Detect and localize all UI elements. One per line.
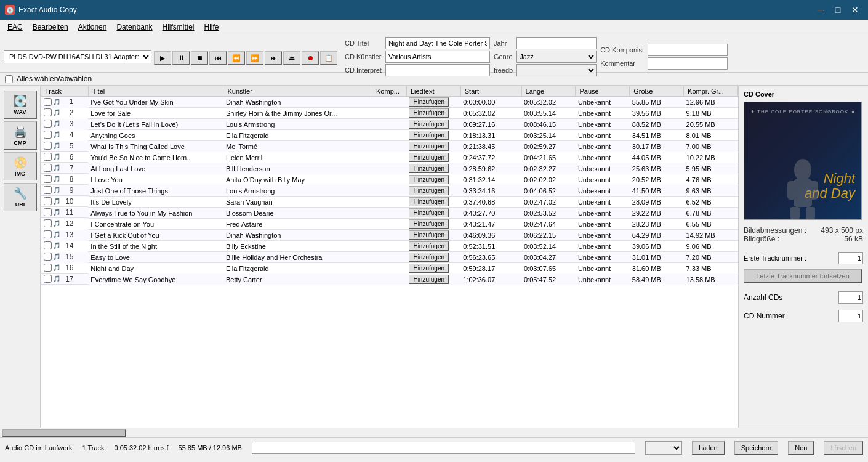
track-checkbox[interactable]	[44, 131, 52, 139]
cd-genre-select[interactable]: Jazz	[516, 51, 597, 63]
track-checkbox[interactable]	[44, 197, 52, 205]
cd-freedb-select[interactable]	[516, 64, 597, 76]
cd-num-input[interactable]	[838, 310, 863, 322]
eject-button[interactable]: ⏏	[283, 51, 300, 65]
track-checkbox[interactable]	[44, 142, 52, 150]
menu-aktionen[interactable]: Aktionen	[73, 22, 112, 33]
hinzufuegen-button[interactable]: Hinzufügen	[409, 108, 449, 118]
hinzufuegen-button[interactable]: Hinzufügen	[409, 120, 449, 129]
hinzufuegen-button[interactable]: Hinzufügen	[409, 230, 449, 240]
track-checkbox[interactable]	[44, 108, 52, 116]
cd-komponist-input[interactable]	[648, 44, 728, 56]
size: 55.85 MB / 12.96 MB	[179, 444, 242, 452]
cd-kuenstler-input[interactable]	[385, 51, 490, 63]
table-row[interactable]: 🎵 2 Love for Sale Shirley Horn & the Jim…	[41, 108, 738, 119]
hinzufuegen-button[interactable]: Hinzufügen	[409, 241, 449, 251]
track-kompr: 4.76 MB	[684, 174, 738, 185]
track-checkbox[interactable]	[44, 241, 52, 249]
table-row[interactable]: 🎵 15 Easy to Love Billie Holiday and Her…	[41, 252, 738, 263]
cd-titel-input[interactable]	[385, 37, 490, 49]
table-row[interactable]: 🎵 6 You'd Be So Nice to Come Hom... Hele…	[41, 152, 738, 163]
track-checkbox[interactable]	[44, 153, 52, 161]
track-checkbox[interactable]	[44, 164, 52, 172]
table-row[interactable]: 🎵 5 What Is This Thing Called Love Mel T…	[41, 141, 738, 152]
cd-cover-image: ★ THE COLE PORTER SONGBOOK ★ Nightand Da…	[744, 102, 862, 220]
erste-track-input[interactable]	[838, 252, 863, 264]
menu-datenbank[interactable]: Datenbank	[111, 22, 157, 33]
hinzufuegen-button[interactable]: Hinzufügen	[409, 219, 449, 229]
anzahl-input[interactable]	[838, 291, 863, 304]
pause-button[interactable]: ⏸	[172, 51, 190, 65]
track-num-cell: 🎵 6	[41, 152, 89, 163]
track-checkbox[interactable]	[44, 219, 52, 227]
table-row[interactable]: 🎵 4 Anything Goes Ella Fitzgerald Hinzuf…	[41, 130, 738, 141]
record-button[interactable]: ⏺	[302, 51, 319, 65]
table-row[interactable]: 🎵 12 I Concentrate on You Fred Astaire H…	[41, 219, 738, 230]
letzte-track-button[interactable]: Letzte Tracknummer fortsetzen	[744, 269, 862, 283]
track-checkbox[interactable]	[44, 275, 52, 283]
track-checkbox[interactable]	[44, 208, 52, 216]
hinzufuegen-button[interactable]: Hinzufügen	[409, 197, 449, 206]
hinzufuegen-button[interactable]: Hinzufügen	[409, 175, 449, 184]
track-list-container[interactable]: Track Titel Künstler Komp... Liedtext St…	[41, 86, 739, 428]
menu-hilfe[interactable]: Hilfe	[199, 22, 224, 33]
track-checkbox[interactable]	[44, 230, 52, 238]
track-checkbox[interactable]	[44, 186, 52, 194]
track-checkbox[interactable]	[44, 264, 52, 272]
prev-track-button[interactable]: ⏮	[209, 51, 227, 65]
next-track-button[interactable]: ⏭	[265, 51, 282, 65]
maximize-button[interactable]: □	[830, 4, 846, 16]
table-row[interactable]: 🎵 3 Let's Do It (Let's Fall in Love) Lou…	[41, 119, 738, 130]
track-checkbox[interactable]	[44, 175, 52, 183]
minimize-button[interactable]: ─	[813, 4, 829, 16]
sidebar-wav-button[interactable]: 💽 WAV	[4, 91, 37, 119]
hinzufuegen-button[interactable]: Hinzufügen	[409, 153, 449, 162]
cd-kommentar-input[interactable]	[648, 57, 728, 70]
scrollbar-thumb[interactable]	[2, 429, 126, 437]
stop-button[interactable]: ⏹	[191, 51, 208, 65]
hinzufuegen-button[interactable]: Hinzufügen	[409, 208, 449, 217]
status-select[interactable]	[645, 441, 682, 455]
table-row[interactable]: 🎵 1 I've Got You Under My Skin Dinah Was…	[41, 97, 738, 108]
next-button[interactable]: ⏩	[246, 51, 263, 65]
menu-bearbeiten[interactable]: Bearbeiten	[28, 22, 73, 33]
hinzufuegen-button[interactable]: Hinzufügen	[409, 253, 449, 262]
table-row[interactable]: 🎵 14 In the Still of the Night Billy Eck…	[41, 241, 738, 252]
loeschen-button[interactable]: Löschen	[824, 441, 863, 455]
hinzufuegen-button[interactable]: Hinzufügen	[409, 164, 449, 173]
play-button[interactable]: ▶	[154, 51, 171, 65]
sidebar-cmp-button[interactable]: 🖨️ CMP	[4, 121, 37, 150]
hinzufuegen-button[interactable]: Hinzufügen	[409, 275, 449, 284]
select-all-checkbox[interactable]	[5, 75, 13, 83]
cd-jahr-input[interactable]	[516, 37, 597, 49]
hinzufuegen-button[interactable]: Hinzufügen	[409, 186, 449, 195]
table-row[interactable]: 🎵 16 Night and Day Ella Fitzgerald Hinzu…	[41, 263, 738, 274]
table-row[interactable]: 🎵 7 At Long Last Love Bill Henderson Hin…	[41, 163, 738, 174]
close-button[interactable]: ✕	[847, 4, 863, 16]
extra-button[interactable]: 📋	[320, 51, 337, 65]
neu-button[interactable]: Neu	[788, 441, 814, 455]
sidebar-uri-button[interactable]: 🔧 URI	[4, 183, 37, 211]
hinzufuegen-button[interactable]: Hinzufügen	[409, 131, 449, 140]
laden-button[interactable]: Laden	[692, 441, 725, 455]
speichern-button[interactable]: Speichern	[734, 441, 779, 455]
drive-select[interactable]: PLDS DVD-RW DH16AFSH DL31 Adapter: 1 ID:…	[4, 50, 151, 63]
table-row[interactable]: 🎵 11 Always True to You in My Fashion Bl…	[41, 208, 738, 219]
h-scrollbar[interactable]	[0, 428, 868, 437]
hinzufuegen-button[interactable]: Hinzufügen	[409, 142, 449, 151]
track-checkbox[interactable]	[44, 120, 52, 128]
prev-button[interactable]: ⏪	[228, 51, 245, 65]
table-row[interactable]: 🎵 8 I Love You Anita O'Day with Billy Ma…	[41, 174, 738, 185]
hinzufuegen-button[interactable]: Hinzufügen	[409, 264, 449, 273]
hinzufuegen-button[interactable]: Hinzufügen	[409, 97, 449, 107]
cd-interpret-input[interactable]	[385, 64, 490, 76]
menu-eac[interactable]: EAC	[2, 22, 28, 33]
sidebar-img-button[interactable]: 📀 IMG	[4, 152, 37, 180]
menu-hilfsmittel[interactable]: Hilfsmittel	[157, 22, 199, 33]
track-checkbox[interactable]	[44, 253, 52, 261]
table-row[interactable]: 🎵 13 I Get a Kick Out of You Dinah Washi…	[41, 230, 738, 241]
table-row[interactable]: 🎵 9 Just One of Those Things Louis Armst…	[41, 185, 738, 197]
table-row[interactable]: 🎵 17 Everytime We Say Goodbye Betty Cart…	[41, 274, 738, 285]
track-checkbox[interactable]	[44, 98, 52, 106]
table-row[interactable]: 🎵 10 It's De-Lovely Sarah Vaughan Hinzuf…	[41, 197, 738, 208]
